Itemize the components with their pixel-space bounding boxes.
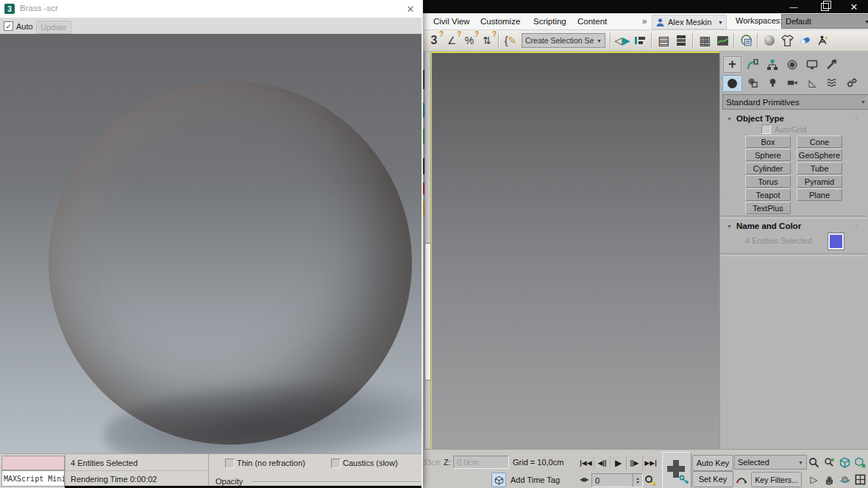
- rendered-frame-window-icon[interactable]: [796, 32, 814, 49]
- next-frame-button[interactable]: ||▶: [626, 456, 642, 470]
- menu-customize[interactable]: Customize: [471, 13, 530, 29]
- caustics-checkbox[interactable]: [331, 459, 341, 468]
- play-button[interactable]: ▶: [610, 456, 626, 470]
- cylinder-button[interactable]: Cylinder: [745, 162, 791, 174]
- zoom-all-icon[interactable]: [822, 454, 837, 470]
- subtab-helpers[interactable]: ◺: [803, 75, 822, 91]
- box-button[interactable]: Box: [745, 135, 791, 148]
- time-tag-cube-icon[interactable]: [491, 473, 506, 487]
- update-button[interactable]: Update: [36, 21, 71, 34]
- render-setup-icon[interactable]: [778, 32, 796, 49]
- zoom-extents-icon[interactable]: [837, 454, 853, 470]
- previous-frame-button[interactable]: ◀||: [594, 456, 610, 470]
- tube-button[interactable]: Tube: [797, 162, 842, 174]
- pan-hand-icon[interactable]: [822, 471, 837, 487]
- snaps-toggle-icon[interactable]: 3?: [425, 32, 443, 49]
- object-type-rollout-header[interactable]: ▼ Object Type ∷: [722, 112, 862, 125]
- primitive-category-dropdown[interactable]: Standard Primitives ▼: [722, 94, 868, 110]
- subtab-lights[interactable]: [764, 75, 782, 91]
- go-to-end-button[interactable]: ▶▶|: [642, 456, 658, 470]
- autogrid-checkbox[interactable]: [761, 124, 771, 134]
- mirror-icon[interactable]: ◁▶: [613, 32, 631, 49]
- time-configuration-icon[interactable]: [643, 473, 657, 487]
- thin-refraction-checkbox[interactable]: [225, 459, 235, 468]
- tab-utilities[interactable]: [822, 55, 842, 74]
- pyramid-button[interactable]: Pyramid: [797, 175, 842, 188]
- orbit-icon[interactable]: [837, 471, 853, 487]
- autogrid-row: AutoGrid: [761, 124, 806, 134]
- auto-checkbox[interactable]: ✓: [4, 21, 13, 31]
- add-time-tag-label[interactable]: Add Time Tag: [511, 475, 560, 484]
- ribbon-toggle-icon[interactable]: ▦: [696, 32, 714, 49]
- auto-key-button[interactable]: Auto Key: [692, 455, 733, 471]
- geosphere-button[interactable]: GeoSphere: [797, 149, 842, 161]
- sphere-button[interactable]: Sphere: [745, 149, 791, 161]
- 3dsmax-application: — ✕ Civil View Customize Scripting Conte…: [0, 0, 868, 488]
- zoom-icon[interactable]: [806, 454, 822, 470]
- tab-display[interactable]: [802, 55, 822, 74]
- selection-set-dropdown[interactable]: Selected ▼: [734, 455, 807, 470]
- material-editor-icon[interactable]: [761, 32, 778, 49]
- go-to-start-button[interactable]: |◀◀: [578, 456, 594, 470]
- tab-modify[interactable]: [742, 55, 762, 74]
- frame-spinner[interactable]: ▴▾: [633, 474, 642, 487]
- subtab-systems[interactable]: [843, 75, 861, 91]
- subtab-geometry[interactable]: [722, 75, 742, 92]
- menu-overflow-chevron[interactable]: »: [638, 15, 650, 28]
- zoom-extents-all-icon[interactable]: [853, 454, 868, 470]
- subtab-shapes[interactable]: [744, 75, 762, 91]
- new-key-tangent-icon[interactable]: [734, 472, 749, 487]
- tab-motion[interactable]: [782, 55, 802, 74]
- current-frame-field[interactable]: 0 ▴▾: [591, 473, 643, 487]
- torus-button[interactable]: Torus: [745, 175, 791, 188]
- teapot-button[interactable]: Teapot: [745, 188, 791, 201]
- toolbar-separator: [692, 33, 694, 48]
- maximize-viewport-toggle-icon[interactable]: [853, 471, 868, 487]
- minimize-button[interactable]: —: [781, 0, 806, 13]
- workspaces-dropdown[interactable]: Default ▼: [781, 14, 868, 29]
- caustics-label: Caustics (slow): [343, 459, 398, 467]
- render-production-icon[interactable]: [814, 32, 831, 49]
- z-coordinate-field[interactable]: 0,0cm: [453, 456, 509, 469]
- frame-nudge-icon[interactable]: ◀▶: [580, 476, 588, 483]
- schematic-view-icon[interactable]: [737, 32, 755, 49]
- set-key-button[interactable]: Set Key: [692, 471, 733, 487]
- object-name-field[interactable]: 4 Entities Selected: [745, 236, 812, 245]
- user-account-menu[interactable]: Alex Meskin ▼: [652, 15, 727, 29]
- maxscript-mini-listener[interactable]: MAXScript Mini: [1, 470, 65, 487]
- perspective-viewport[interactable]: [430, 52, 721, 450]
- restore-button[interactable]: [812, 0, 837, 13]
- opacity-group-label: Opacity: [216, 477, 243, 486]
- spinner-snap-icon[interactable]: ⇅?: [478, 32, 496, 49]
- subtab-cameras[interactable]: [783, 75, 802, 91]
- named-selection-sets-icon[interactable]: {✎: [502, 32, 519, 49]
- toolbar-separator: [733, 33, 735, 48]
- align-icon[interactable]: [631, 32, 649, 49]
- tab-create[interactable]: +: [722, 55, 742, 74]
- zoom-region-icon[interactable]: ▷: [806, 471, 822, 487]
- object-color-swatch[interactable]: [828, 233, 844, 250]
- layer-manager-icon[interactable]: ▤: [655, 32, 672, 49]
- named-selection-dropdown[interactable]: Create Selection Se ▼: [522, 33, 605, 48]
- cone-button[interactable]: Cone: [797, 135, 842, 148]
- render-window-close-icon[interactable]: ✕: [403, 1, 418, 16]
- textplus-button[interactable]: TextPlus: [745, 202, 791, 214]
- user-icon: [655, 18, 665, 27]
- subtab-spacewarps[interactable]: [823, 75, 842, 91]
- name-color-rollout-header[interactable]: ▼ Name and Color ∷: [722, 219, 862, 233]
- render-window-titlebar[interactable]: [0, 0, 421, 18]
- set-keys-button[interactable]: [662, 452, 691, 488]
- plane-button[interactable]: Plane: [797, 188, 842, 201]
- key-filters-button[interactable]: Key Filters...: [751, 472, 802, 487]
- scene-explorer-icon[interactable]: [672, 32, 690, 49]
- restore-icon: [821, 3, 829, 11]
- curve-editor-icon[interactable]: [714, 32, 731, 49]
- tab-hierarchy[interactable]: [762, 55, 782, 74]
- percent-snap-icon[interactable]: %?: [460, 32, 478, 49]
- angle-snap-icon[interactable]: ∠?: [443, 32, 460, 49]
- macro-recorder-field[interactable]: [1, 456, 65, 470]
- toolbar-icons: 3? ∠? %? ⇅? {✎ Create Selection Se ▼ ◁▶ …: [425, 32, 831, 49]
- scrollbar-thumb[interactable]: [424, 243, 431, 381]
- menu-content[interactable]: Content: [568, 13, 616, 29]
- close-button[interactable]: ✕: [842, 0, 867, 13]
